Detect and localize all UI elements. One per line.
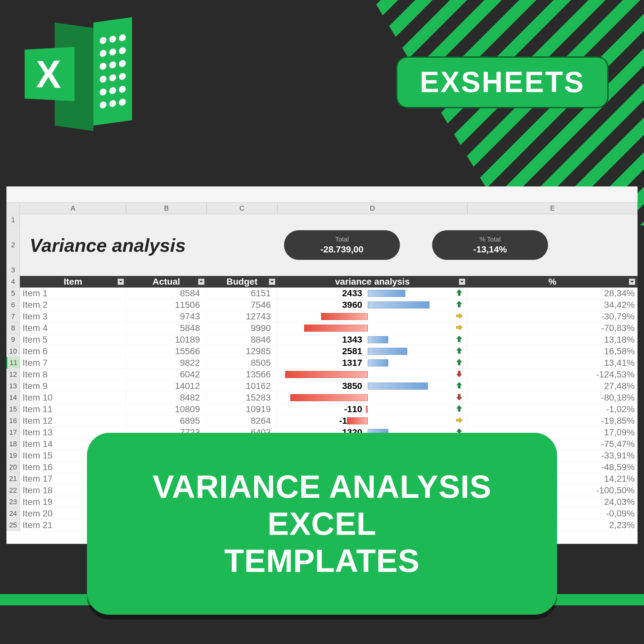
table-row[interactable]: 5 Item 1 8584 6151 2433 28,34%	[6, 288, 638, 299]
table-row[interactable]: 12 Item 8 6042 13566 -7524 -124,53%	[6, 369, 638, 380]
row-1: 1	[6, 214, 638, 226]
column-headers: A B C D E	[6, 203, 638, 214]
row-3: 3	[6, 264, 638, 276]
trend-up-icon	[455, 404, 465, 414]
trend-up-icon	[455, 381, 465, 391]
filter-icon[interactable]	[198, 279, 204, 285]
trend-down-icon	[455, 393, 465, 403]
excel-logo: X	[23, 23, 132, 126]
table-row[interactable]: 11 Item 7 9822 8505 1317 13,41%	[6, 357, 638, 369]
trend-up-icon	[455, 358, 465, 368]
filter-icon[interactable]	[629, 279, 635, 285]
table-row[interactable]: 8 Item 4 5848 9990 -4142 -70,83%	[6, 322, 638, 334]
brand-badge: EXSHEETS	[396, 56, 609, 108]
trend-side-icon	[455, 323, 465, 333]
pct-total-pill: % Total -13,14%	[432, 230, 548, 260]
sheet-title: Variance analysis	[30, 234, 186, 256]
trend-up-icon	[455, 300, 465, 310]
trend-side-icon	[455, 312, 465, 321]
table-row[interactable]: 14 Item 10 8482 15283 -6801 -80,18%	[6, 392, 638, 403]
table-row[interactable]: 13 Item 9 14012 10162 3850 27,48%	[6, 380, 638, 392]
trend-up-icon	[455, 335, 465, 345]
filter-icon[interactable]	[459, 279, 465, 285]
table-header-row: 4 Item Actual Budget variance analysis %	[6, 276, 638, 288]
trend-down-icon	[455, 370, 465, 379]
table-row[interactable]: 10 Item 6 15566 12985 2581 16,58%	[6, 346, 638, 357]
trend-side-icon	[455, 416, 465, 426]
table-row[interactable]: 7 Item 3 9743 12743 -3000 -30,79%	[6, 311, 638, 322]
trend-up-icon	[455, 289, 465, 298]
title-row: 2 Variance analysis Total -28.739,00 % T…	[6, 226, 638, 264]
table-row[interactable]: 16 Item 12 6895 8264 -1369 -19,85%	[6, 415, 638, 427]
title-banner: VARIANCE ANALYSIS EXCELTEMPLATES	[87, 433, 557, 615]
trend-up-icon	[455, 346, 465, 356]
table-row[interactable]: 15 Item 11 10809 10919 -110 -1,02%	[6, 403, 638, 415]
total-pill: Total -28.739,00	[284, 230, 400, 260]
table-row[interactable]: 6 Item 2 11506 7546 3960 34,42%	[6, 299, 638, 311]
filter-icon[interactable]	[269, 279, 275, 285]
table-row[interactable]: 9 Item 5 10189 8846 1343 13,18%	[6, 334, 638, 346]
filter-icon[interactable]	[118, 279, 124, 285]
